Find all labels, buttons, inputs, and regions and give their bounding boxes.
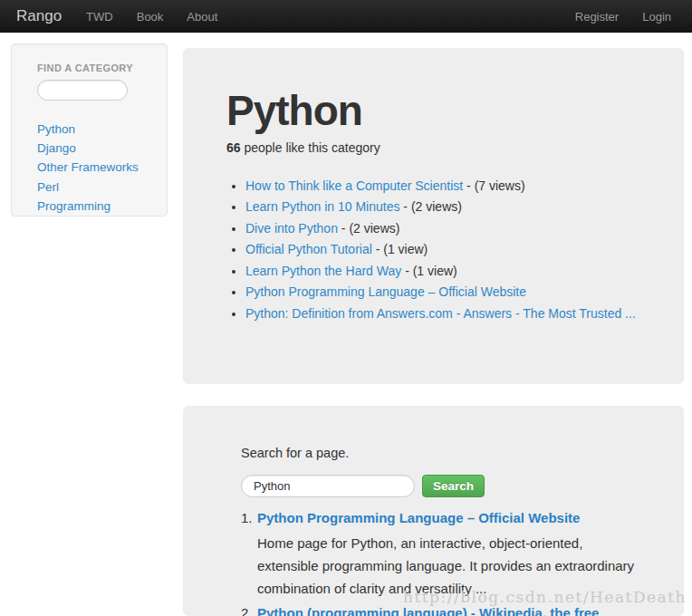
navbar-link[interactable]: TWD (74, 10, 125, 24)
category-search-input[interactable] (37, 80, 128, 101)
search-results: 1. Python Programming Language – Officia… (241, 510, 648, 616)
category-link[interactable]: Django (37, 141, 76, 155)
page-list-item: Dive into Python - (2 views) (245, 222, 648, 236)
result-summary: Home page for Python, an interactive, ob… (257, 532, 648, 600)
page-link-list: How to Think like a Computer Scientist -… (226, 179, 648, 322)
page-list-item: Learn Python in 10 Minutes - (2 views) (245, 200, 648, 215)
page-link[interactable]: Python Programming Language – Official W… (245, 284, 526, 299)
category-list-item: Perl (37, 178, 154, 197)
navbar-right-links: Register Login (563, 10, 683, 24)
page-link[interactable]: Learn Python the Hard Way (245, 264, 401, 278)
page-list-item: Learn Python the Hard Way - (1 view) (245, 265, 648, 279)
category-list-item: Programming (37, 197, 154, 216)
result-body: Python Programming Language – Official W… (257, 510, 648, 600)
result-number: 2. (241, 605, 257, 616)
page-link[interactable]: Learn Python in 10 Minutes (245, 199, 399, 214)
page-link[interactable]: Official Python Tutorial (245, 242, 372, 256)
page-list-item: Python: Definition from Answers.com - An… (245, 307, 648, 322)
likes-text: people like this category (241, 140, 380, 155)
search-result: 1. Python Programming Language – Officia… (241, 510, 648, 600)
category-link[interactable]: Other Frameworks (37, 160, 139, 174)
navbar-link[interactable]: Book (125, 10, 176, 24)
search-row: Search (241, 475, 648, 497)
search-label: Search for a page. (241, 446, 648, 460)
page-views: - (7 views) (463, 178, 524, 193)
page-link[interactable]: Dive into Python (245, 221, 338, 236)
page-list-item: Official Python Tutorial - (1 view) (245, 243, 648, 257)
brand-link[interactable]: Rango (16, 7, 62, 25)
navbar-links: TWD Book About (74, 10, 229, 24)
likes-line: 66 people like this category (226, 140, 648, 155)
navbar-link[interactable]: About (175, 10, 229, 24)
navbar: Rango TWD Book About Register Login (0, 0, 692, 33)
page-views: - (1 view) (401, 264, 457, 278)
page-link[interactable]: Python: Definition from Answers.com - An… (245, 306, 636, 321)
category-list-item: Python (37, 120, 154, 139)
category-list: Python Django Other Frameworks Perl Prog… (37, 120, 154, 216)
category-list-item: Django (37, 139, 154, 158)
category-sidebar: FIND A CATEGORY Python Django Other Fram… (11, 43, 168, 217)
page-views: - (1 view) (372, 242, 428, 256)
result-title-link[interactable]: Python (programming language) - Wikipedi… (257, 605, 599, 616)
navbar-link[interactable]: Register (563, 10, 630, 24)
page-views: - (2 views) (338, 221, 399, 236)
navbar-link[interactable]: Login (630, 10, 683, 24)
search-result: 2. Python (programming language) - Wikip… (241, 605, 648, 616)
category-list-item: Other Frameworks (37, 158, 154, 177)
category-link[interactable]: Programming (37, 199, 111, 213)
result-number: 1. (241, 510, 257, 600)
page-title: Python (226, 90, 648, 132)
page-search-input[interactable] (241, 475, 415, 497)
page-list-item: How to Think like a Computer Scientist -… (245, 179, 648, 194)
search-button[interactable]: Search (422, 475, 485, 497)
category-panel: Python 66 people like this category How … (183, 48, 684, 384)
category-link[interactable]: Perl (37, 180, 59, 194)
search-panel: Search for a page. Search 1. Python Prog… (183, 406, 684, 616)
result-title-link[interactable]: Python Programming Language – Official W… (257, 510, 580, 526)
sidebar-heading: FIND A CATEGORY (37, 63, 154, 73)
page-list-item: Python Programming Language – Official W… (245, 285, 648, 300)
page-link[interactable]: How to Think like a Computer Scientist (245, 178, 463, 193)
category-link[interactable]: Python (37, 122, 75, 136)
page-views: - (2 views) (399, 199, 461, 214)
result-body: Python (programming language) - Wikipedi… (257, 605, 599, 616)
likes-count: 66 (226, 140, 241, 155)
